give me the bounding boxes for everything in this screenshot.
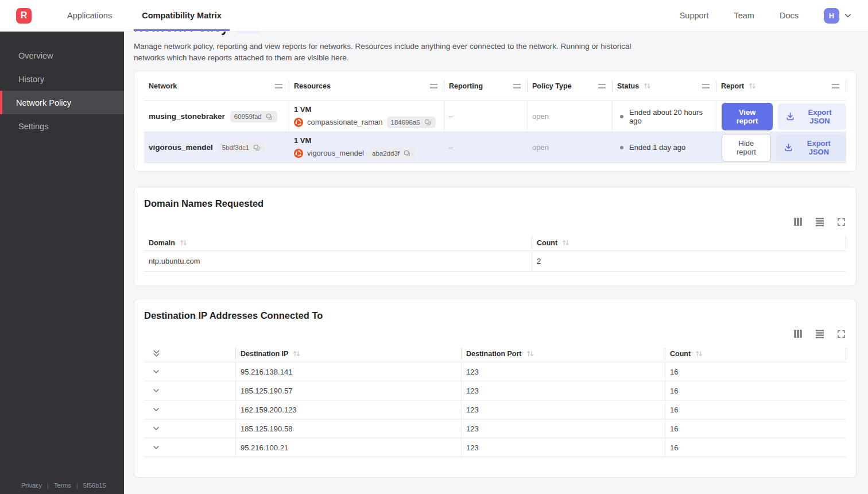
download-icon	[785, 111, 795, 121]
sidebar-item-settings[interactable]: Settings	[0, 114, 124, 138]
count-cell: 16	[665, 419, 846, 438]
fullscreen-icon[interactable]	[836, 217, 846, 227]
policy-type-cell: open	[528, 101, 613, 132]
sort-icon[interactable]	[748, 82, 757, 90]
privacy-link[interactable]: Privacy	[21, 482, 42, 489]
resources-cell: 1 VM vigorous_mendel aba2dd3f	[289, 132, 444, 163]
column-header-report: Report	[716, 71, 846, 101]
column-resize-handle-icon[interactable]	[702, 84, 710, 88]
destination-ip-cell: 95.216.138.141	[236, 362, 462, 381]
columns-icon[interactable]	[793, 329, 803, 339]
report-cell: Hide report Export JSON	[716, 132, 846, 163]
domain-table-row[interactable]: ntp.ubuntu.com 2	[144, 251, 846, 272]
destination-table-row[interactable]: 95.216.100.21 123 16	[144, 438, 846, 457]
network-id-badge: 60959fad	[230, 111, 277, 122]
sort-icon[interactable]	[526, 350, 534, 357]
destination-table-row[interactable]: 185.125.190.58 123 16	[144, 419, 846, 438]
domains-card: Domain Names Requested Domain Count n	[134, 187, 857, 286]
column-header-destination-port: Destination Port	[462, 345, 665, 362]
column-resize-handle-icon[interactable]	[513, 84, 521, 88]
terms-link[interactable]: Terms	[54, 482, 71, 489]
chevron-down-icon[interactable]	[152, 405, 161, 414]
nav-link-support[interactable]: Support	[680, 11, 709, 20]
footer-divider: |	[47, 482, 49, 489]
ubuntu-icon	[294, 149, 303, 158]
status-cell: Ended about 20 hours ago	[613, 101, 716, 132]
domain-cell: ntp.ubuntu.com	[144, 251, 532, 271]
chevron-down-icon[interactable]	[152, 386, 161, 395]
fullscreen-icon[interactable]	[836, 329, 846, 339]
copy-icon[interactable]	[265, 113, 273, 121]
ubuntu-icon	[294, 118, 303, 127]
sidebar-footer: Privacy | Terms | 5f56b15	[21, 482, 106, 489]
sidebar-item-history[interactable]: History	[0, 67, 124, 91]
domains-table-header: Domain Count	[144, 235, 846, 251]
chevron-down-icon[interactable]	[152, 443, 161, 452]
destination-table-row[interactable]: 95.216.138.141 123 16	[144, 362, 846, 381]
column-header-network: Network	[144, 71, 289, 101]
network-table-row[interactable]: musing_stonebraker 60959fad 1 VM compass…	[144, 101, 846, 132]
column-resize-handle-icon[interactable]	[832, 84, 839, 88]
count-cell: 16	[665, 400, 846, 419]
sort-icon[interactable]	[695, 350, 703, 357]
destination-ip-cell: 95.216.100.21	[236, 438, 462, 457]
resource-id-badge: aba2dd3f	[368, 148, 415, 159]
destination-table-row[interactable]: 185.125.190.57 123 16	[144, 381, 846, 400]
nav-tab-applications[interactable]: Applications	[59, 0, 120, 31]
domains-card-title: Domain Names Requested	[144, 197, 846, 210]
status-dot-icon	[620, 146, 623, 149]
expand-all-icon[interactable]	[152, 349, 161, 358]
count-cell: 16	[665, 362, 846, 381]
expander-cell	[144, 438, 236, 457]
rows-icon[interactable]	[815, 217, 825, 227]
footer-divider: |	[76, 482, 78, 489]
destination-port-cell: 123	[462, 362, 665, 381]
copy-icon[interactable]	[403, 149, 411, 157]
chevron-down-icon[interactable]	[152, 367, 161, 376]
hide-report-button[interactable]: Hide report	[722, 134, 771, 161]
nav-link-docs[interactable]: Docs	[780, 11, 799, 20]
sort-icon[interactable]	[561, 239, 570, 246]
nav-tab-compatibility-matrix[interactable]: Compatibility Matrix	[134, 0, 230, 31]
copy-icon[interactable]	[253, 144, 261, 152]
column-resize-handle-icon[interactable]	[598, 84, 606, 88]
app-logo[interactable]: R	[16, 8, 32, 24]
expand-all-header-cell	[144, 345, 236, 362]
column-header-policy-type: Policy Type	[528, 71, 613, 101]
columns-icon[interactable]	[793, 217, 803, 227]
network-id-badge: 5bdf3dc1	[218, 142, 265, 153]
chevron-down-icon[interactable]	[152, 424, 161, 433]
sidebar-item-overview[interactable]: Overview	[0, 44, 124, 67]
status-cell: Ended 1 day ago	[613, 132, 716, 163]
reporting-cell: –	[444, 132, 528, 163]
network-name-cell: vigorous_mendel 5bdf3dc1	[144, 132, 289, 163]
sort-icon[interactable]	[643, 82, 652, 90]
nav-link-team[interactable]: Team	[734, 11, 754, 20]
export-json-button[interactable]: Export JSON	[776, 134, 846, 161]
top-navbar: R Applications Compatibility Matrix Supp…	[0, 0, 868, 32]
destination-port-cell: 123	[462, 419, 665, 438]
view-report-button[interactable]: View report	[722, 103, 773, 130]
export-json-button[interactable]: Export JSON	[778, 103, 846, 130]
build-version: 5f56b15	[83, 482, 106, 489]
sort-icon[interactable]	[179, 239, 188, 246]
rows-icon[interactable]	[815, 329, 825, 339]
sort-icon[interactable]	[292, 350, 301, 357]
destinations-card: Destination IP Addresses Connected To De…	[134, 299, 857, 478]
column-header-destination-ip: Destination IP	[236, 345, 462, 362]
resource-id-badge: 184696a5	[387, 117, 436, 128]
user-avatar[interactable]: H	[824, 8, 839, 24]
destination-port-cell: 123	[462, 381, 665, 400]
column-resize-handle-icon[interactable]	[275, 84, 282, 88]
copy-icon[interactable]	[424, 118, 432, 126]
destination-table-row[interactable]: 162.159.200.123 123 16	[144, 400, 846, 419]
user-menu-chevron-icon[interactable]	[843, 10, 853, 21]
sidebar: Overview History Network Policy Settings…	[0, 32, 124, 494]
resources-cell: 1 VM compassionate_raman 184696a5	[289, 101, 444, 132]
sidebar-item-network-policy[interactable]: Network Policy	[0, 91, 124, 114]
destination-port-cell: 123	[462, 438, 665, 457]
column-resize-handle-icon[interactable]	[430, 84, 437, 88]
destination-ip-cell: 185.125.190.57	[236, 381, 462, 400]
main-content: Network Policy Beta Manage network polic…	[124, 0, 868, 478]
network-table-row[interactable]: vigorous_mendel 5bdf3dc1 1 VM vigorous_m…	[144, 132, 846, 163]
